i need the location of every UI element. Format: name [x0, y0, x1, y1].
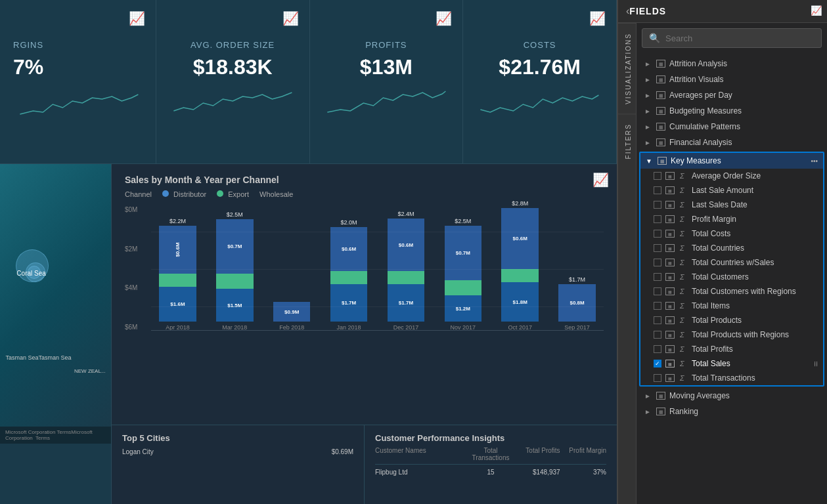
group-averages-per-day[interactable]: ► ▦ Averages per Day [637, 87, 827, 103]
field-total-sales[interactable]: ✓ ▦ Σ Total Sales ⁞⁞ [640, 356, 823, 371]
checkbox-total-customers-regions[interactable] [654, 287, 661, 295]
field-total-customers-regions[interactable]: ▦ Σ Total Customers with Regions [640, 284, 823, 299]
checkbox-last-date[interactable] [654, 201, 661, 209]
legend-export: Export [217, 190, 249, 198]
kpi-value-margins: 7% [13, 55, 43, 79]
bar-oct2017: $2.8M $0.6M $1.8M Oct 2017 [493, 206, 547, 331]
field-total-products-regions[interactable]: ▦ Σ Total Products with Regions [640, 327, 823, 342]
trend-icon-profits: 📈 [436, 10, 452, 26]
group-label-ranking: Ranking [669, 407, 819, 416]
group-budgeting-measures[interactable]: ► ▦ Budgeting Measures [637, 103, 827, 119]
sigma-last-date: Σ [680, 201, 689, 209]
checkbox-last-sale[interactable] [654, 186, 661, 194]
field-profit-margin[interactable]: ▦ Σ Profit Margin [640, 212, 823, 226]
customer-row-flipbug: Flipbug Ltd 15 $148,937 37% [375, 467, 606, 477]
group-label-key-measures: Key Measures [671, 156, 807, 165]
checkbox-total-countries[interactable] [654, 244, 661, 252]
checkbox-total-costs[interactable] [654, 230, 661, 238]
charts-area: Coral Sea Tasman SeaTasman Sea NEW ZEAL.… [0, 164, 617, 504]
kpi-title-costs: COSTS [524, 40, 556, 50]
bar-chart-title: Sales by Month & Year per Channel [125, 175, 604, 185]
kpi-card-margins: 📈 RGINS 7% [0, 0, 156, 163]
checkbox-total-products-regions[interactable] [654, 331, 661, 339]
key-measures-header[interactable]: ▼ ▦ Key Measures ••• [640, 153, 823, 169]
group-attrition-analysis[interactable]: ► ▦ Attrition Analysis [637, 56, 827, 72]
checkbox-total-transactions[interactable] [654, 374, 661, 382]
tab-filters[interactable]: FILTERS [618, 114, 636, 168]
sigma-total-products: Σ [680, 316, 689, 324]
group-label-attrition-analysis: Attrition Analysis [669, 59, 819, 68]
checkbox-total-customers[interactable] [654, 273, 661, 281]
group-financial-analysis[interactable]: ► ▦ Financial Analysis [637, 135, 827, 150]
search-input[interactable] [665, 33, 815, 43]
kpi-title-margins: RGINS [13, 40, 43, 50]
bar-nov2017: $2.5M $0.7M $1.2M Nov 2017 [436, 206, 489, 331]
table-icon-ranking: ▦ [656, 408, 665, 415]
fields-panel-main: 🔍 ► ▦ Attrition Analysis ► ▦ [637, 23, 827, 504]
field-total-customers[interactable]: ▦ Σ Total Customers [640, 270, 823, 284]
field-total-costs[interactable]: ▦ Σ Total Costs [640, 226, 823, 241]
table-icon-averages: ▦ [656, 91, 665, 99]
kpi-card-costs: 📈 COSTS $21.76M [463, 0, 617, 163]
checkbox-total-products[interactable] [654, 316, 661, 324]
kpi-value-profits: $13M [360, 55, 413, 79]
map-panel: Coral Sea Tasman SeaTasman Sea NEW ZEAL.… [0, 164, 112, 504]
tab-visualizations[interactable]: VISUALIZATIONS [618, 23, 636, 114]
field-total-products[interactable]: ▦ Σ Total Products [640, 313, 823, 327]
group-cumulative-patterns[interactable]: ► ▦ Cumulative Patterns [637, 119, 827, 135]
sigma-total-products-regions: Σ [680, 331, 689, 339]
legend-wholesale: Wholesale [259, 190, 293, 198]
checkbox-avg-order[interactable] [654, 172, 661, 180]
bar-dec2017: $2.4M $0.6M $1.7M Dec 2017 [380, 206, 433, 331]
field-total-profits[interactable]: ▦ Σ Total Profits [640, 342, 823, 356]
field-average-order-size[interactable]: ▦ Σ Average Order Size [640, 169, 823, 183]
group-label-averages: Averages per Day [669, 91, 819, 100]
chart-legend: Channel Distributor Export Wholesale [125, 190, 604, 198]
key-measures-options: ••• [811, 158, 818, 165]
legend-label: Channel [125, 190, 152, 198]
field-total-countries[interactable]: ▦ Σ Total Countries [640, 241, 823, 255]
group-moving-averages[interactable]: ► ▦ Moving Averages [637, 388, 827, 404]
checkbox-total-countries-wsales[interactable] [654, 259, 661, 266]
bar-jan2018: $2.0M $0.6M $1.7M Jan 2018 [323, 206, 376, 331]
chart-main: 📈 Sales by Month & Year per Channel Chan… [112, 164, 617, 504]
sparkline-profits [321, 85, 453, 124]
sigma-total-profits: Σ [680, 345, 689, 353]
side-tab-bar: VISUALIZATIONS FILTERS [618, 23, 637, 504]
field-last-sales-date[interactable]: ▦ Σ Last Sales Date [640, 198, 823, 212]
sigma-total-transactions: Σ [680, 374, 689, 382]
field-last-sale-amount[interactable]: ▦ Σ Last Sale Amount [640, 183, 823, 198]
search-box: 🔍 [642, 28, 822, 48]
sigma-last-sale: Σ [680, 186, 689, 194]
group-label-moving-averages: Moving Averages [669, 391, 819, 400]
expand-arrow-attrition-analysis: ► [644, 60, 652, 68]
table-icon-financial: ▦ [656, 138, 665, 146]
sigma-avg-order: Σ [680, 172, 689, 180]
kpi-bar: 📈 RGINS 7% 📈 AVG. ORDER SIZE $18.83K 📈 P… [0, 0, 617, 164]
kpi-card-avg-order: 📈 AVG. ORDER SIZE $18.83K [156, 0, 310, 163]
kpi-title-profits: PROFITS [365, 40, 407, 50]
table-icon-budgeting: ▦ [656, 107, 665, 115]
group-attrition-visuals[interactable]: ► ▦ Attrition Visuals [637, 72, 827, 87]
checkbox-profit-margin[interactable] [654, 215, 661, 223]
group-label-budgeting: Budgeting Measures [669, 106, 819, 116]
map-background: Coral Sea Tasman SeaTasman Sea NEW ZEAL.… [0, 164, 111, 427]
trend-icon-avg: 📈 [282, 10, 299, 26]
y-axis: $6M $4M $2M $0M [125, 206, 137, 344]
customer-performance-title: Customer Performance Insights [375, 433, 606, 443]
table-icon-attrition-analysis: ▦ [656, 60, 665, 68]
field-total-transactions[interactable]: ▦ Σ Total Transactions [640, 371, 823, 385]
field-total-countries-wsales[interactable]: ▦ Σ Total Countries w/Sales [640, 255, 823, 270]
group-label-financial: Financial Analysis [669, 138, 819, 147]
checkbox-total-items[interactable] [654, 302, 661, 310]
group-ranking[interactable]: ► ▦ Ranking [637, 404, 827, 419]
sigma-total-items: Σ [680, 302, 689, 310]
bar-chart-trend-icon: 📈 [592, 172, 609, 188]
map-label-nz: NEW ZEAL... [74, 368, 106, 374]
field-total-items[interactable]: ▦ Σ Total Items [640, 299, 823, 313]
trend-icon-margins: 📈 [129, 10, 145, 26]
checkbox-total-profits[interactable] [654, 345, 661, 353]
checkbox-total-sales[interactable]: ✓ [654, 360, 661, 368]
expand-arrow-cumulative: ► [644, 123, 652, 131]
customer-performance-panel: 📈 Customer Performance Insights Customer… [365, 425, 617, 504]
